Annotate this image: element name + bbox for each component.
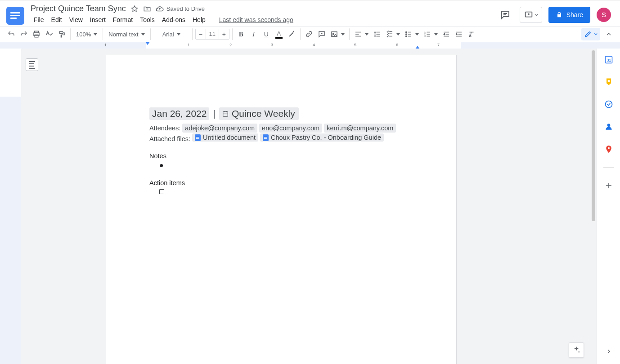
get-addons-button[interactable] [604,181,613,190]
side-panel: 31 [597,49,620,364]
left-indent-marker[interactable] [145,42,150,45]
scrollbar[interactable] [590,49,597,364]
title-bar: Project Quince Team Sync Saved to Drive … [0,0,620,26]
action-items-heading: Action items [149,179,413,186]
docs-logo-icon[interactable] [6,7,24,25]
comment-button[interactable] [316,28,328,40]
present-icon [524,10,534,20]
svg-text:3: 3 [424,35,426,37]
numbered-list-button[interactable]: 123 [422,28,440,40]
text-color-button[interactable]: A [273,28,285,40]
doc-icon [195,134,201,141]
menu-file[interactable]: File [31,14,47,25]
menu-bar: File Edit View Insert Format Tools Add-o… [28,14,297,25]
present-button[interactable] [520,7,542,23]
menu-edit[interactable]: Edit [48,14,65,25]
contacts-app-icon[interactable] [604,122,613,131]
doc-icon [263,134,269,141]
svg-rect-4 [332,32,337,37]
paint-format-button[interactable] [56,28,67,40]
font-select[interactable]: Arial [153,28,189,40]
bulleted-list-button[interactable] [403,28,421,40]
attendees-row: Attendees: adejoke@company.com eno@compa… [149,124,413,132]
menu-insert[interactable]: Insert [87,14,109,25]
undo-button[interactable] [5,28,17,40]
document-canvas[interactable]: Jan 26, 2022 | Quince Weekly Attendees: … [21,49,590,364]
attendee-chip[interactable]: adejoke@company.com [182,124,257,133]
file-chip[interactable]: Choux Pastry Co. - Onboarding Guide [260,133,384,142]
bold-button[interactable]: B [235,28,247,40]
share-button[interactable]: Share [548,7,590,23]
attendee-chip[interactable]: kerri.m@company.com [324,124,396,133]
line-spacing-button[interactable] [371,28,383,40]
menu-format[interactable]: Format [110,14,136,25]
scrollbar-thumb[interactable] [592,50,595,221]
clear-format-button[interactable] [466,28,477,40]
link-button[interactable] [303,28,315,40]
vertical-ruler[interactable] [0,49,21,364]
bullet-item[interactable]: ● [159,161,413,169]
notes-heading: Notes [149,152,413,160]
explore-button[interactable] [569,342,584,358]
doc-title[interactable]: Project Quince Team Sync [31,4,126,13]
font-size-value[interactable]: 11 [206,29,219,39]
meeting-header: Jan 26, 2022 | Quince Weekly [149,107,413,120]
last-edit-link[interactable]: Last edit was seconds ago [216,14,297,25]
rail-divider [603,167,614,168]
outline-toggle-button[interactable] [26,58,38,71]
date-chip[interactable]: Jan 26, 2022 [149,107,209,120]
calendar-icon [222,110,229,117]
zoom-select[interactable]: 100% [73,28,100,40]
saved-to-drive[interactable]: Saved to Drive [156,5,205,13]
underline-button[interactable]: U [261,28,272,40]
svg-point-17 [607,124,610,127]
style-select[interactable]: Normal text [106,28,147,40]
align-button[interactable] [352,28,370,40]
event-chip[interactable]: Quince Weekly [219,107,299,120]
redo-button[interactable] [18,28,30,40]
font-size-decrease[interactable]: − [196,29,206,39]
indent-increase-button[interactable] [453,28,465,40]
mode-editing-button[interactable] [581,28,600,40]
chevron-down-icon [535,13,538,17]
svg-point-15 [607,80,610,82]
pencil-icon [584,30,592,38]
svg-point-16 [605,101,612,108]
spellcheck-button[interactable] [43,28,55,40]
print-button[interactable] [31,28,42,40]
horizontal-ruler[interactable]: 1 1 2 3 4 5 6 7 [0,42,620,49]
menu-tools[interactable]: Tools [137,14,158,25]
keep-app-icon[interactable] [604,77,613,86]
checkbox-item[interactable] [159,189,164,194]
collapse-toolbar-button[interactable] [603,28,615,40]
highlight-button[interactable] [286,28,297,40]
menu-help[interactable]: Help [189,14,209,25]
attendee-chip[interactable]: eno@company.com [259,124,322,133]
image-button[interactable] [328,28,346,40]
svg-rect-12 [223,111,228,116]
menu-view[interactable]: View [66,14,86,25]
calendar-app-icon[interactable]: 31 [604,55,613,64]
checklist-button[interactable] [384,28,402,40]
tasks-app-icon[interactable] [604,100,613,109]
svg-point-6 [405,31,406,32]
file-chip[interactable]: Untitled document [192,133,258,142]
toolbar: 100% Normal text Arial − 11 + B I U A 12… [0,26,620,42]
menu-addons[interactable]: Add-ons [159,14,189,25]
maps-app-icon[interactable] [604,145,613,154]
font-size-control: − 11 + [195,29,229,40]
italic-button[interactable]: I [248,28,260,40]
comments-icon[interactable] [497,7,513,23]
page[interactable]: Jan 26, 2022 | Quince Weekly Attendees: … [106,55,457,364]
font-size-increase[interactable]: + [219,29,229,39]
svg-point-8 [405,36,406,36]
indent-decrease-button[interactable] [440,28,452,40]
move-icon[interactable] [143,5,151,13]
hide-panel-button[interactable] [605,339,612,364]
files-row: Attached files: Untitled document Choux … [149,133,413,142]
chevron-down-icon [594,32,598,36]
svg-point-18 [607,147,609,149]
account-avatar[interactable]: S [597,8,611,22]
lock-icon [556,11,563,18]
star-icon[interactable] [130,5,139,13]
